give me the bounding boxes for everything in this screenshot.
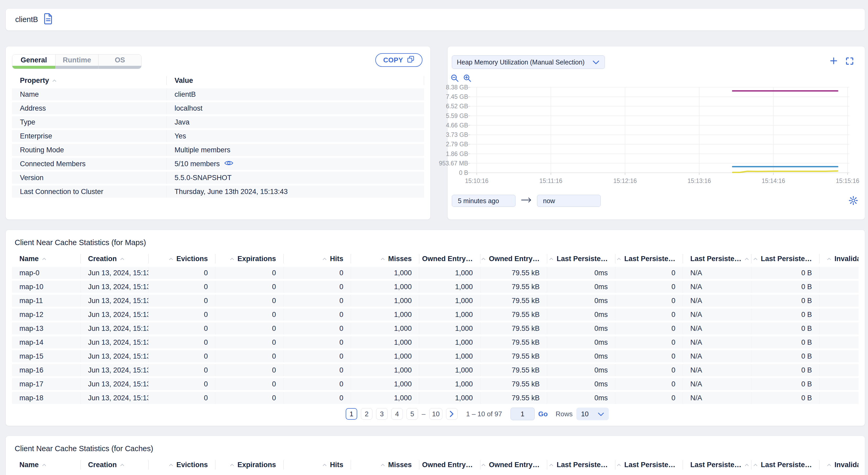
column-header-owned-entry-[interactable]: Owned Entry… — [419, 254, 480, 263]
column-header-last-persiste-[interactable]: Last Persiste… — [547, 254, 615, 263]
cell: 0 — [215, 336, 284, 348]
eye-icon[interactable] — [224, 160, 234, 168]
cell: 0ms — [547, 350, 615, 362]
column-header-expirations[interactable]: Expirations — [215, 254, 284, 263]
cell: Jun 13, 2024, 15:13:45 — [81, 336, 149, 348]
column-header-last-persiste-[interactable]: Last Persiste… — [615, 460, 683, 470]
cell: 0 — [615, 336, 683, 348]
cell: 0 — [149, 350, 215, 362]
cell: 1,000 — [351, 378, 419, 390]
cell: 0 B — [751, 322, 819, 334]
cell: Jun 13, 2024, 15:13:45 — [81, 392, 149, 404]
tab-runtime[interactable]: Runtime — [55, 55, 98, 69]
column-header-creation[interactable]: Creation — [81, 254, 149, 263]
page-button-2[interactable]: 2 — [361, 408, 372, 420]
y-tick-label: 4.66 GB — [424, 122, 468, 129]
cell: 0 — [284, 308, 351, 321]
column-header-label: Last Persiste… — [761, 255, 812, 263]
tab-os[interactable]: OS — [98, 55, 141, 69]
page-button-5[interactable]: 5 — [406, 408, 418, 420]
cell: 1,000 — [419, 308, 480, 321]
page-button-3[interactable]: 3 — [376, 408, 388, 420]
cell: 79.55 kB — [480, 364, 547, 376]
chart-settings-gear-icon[interactable] — [848, 196, 858, 207]
cell: 0 — [149, 267, 215, 279]
cell: 0 B — [751, 378, 819, 390]
fullscreen-icon[interactable] — [845, 56, 855, 68]
column-header-misses[interactable]: Misses — [351, 254, 419, 263]
property-column-header[interactable]: Property — [12, 76, 167, 85]
page-button-1[interactable]: 1 — [346, 408, 357, 420]
column-header-misses[interactable]: Misses — [351, 460, 419, 470]
column-header-last-persiste-[interactable]: Last Persiste… — [547, 460, 615, 470]
column-header-owned-entry-[interactable]: Owned Entry… — [419, 460, 480, 470]
property-table-body: NameclientBAddresslocalhostTypeJavaEnter… — [12, 88, 424, 198]
column-header-evictions[interactable]: Evictions — [149, 254, 215, 263]
cell: 0 — [215, 295, 284, 307]
cell: map-11 — [12, 295, 81, 307]
column-header-label: Owned Entry… — [489, 461, 539, 469]
cell: 0ms — [547, 336, 615, 348]
column-header-last-persiste-[interactable]: Last Persiste… — [751, 254, 819, 263]
sort-caret-icon — [380, 464, 385, 466]
column-header-label: Name — [20, 255, 39, 263]
chevron-down-icon — [593, 58, 599, 66]
cell: N/A — [683, 350, 751, 362]
cell: 0 — [215, 350, 284, 362]
column-header-name[interactable]: Name — [12, 254, 81, 263]
cell: 0 — [615, 350, 683, 362]
zoom-out-icon[interactable] — [450, 74, 459, 84]
column-header-owned-entry-[interactable]: Owned Entry… — [480, 254, 547, 263]
rows-per-page-select[interactable]: 10 — [576, 408, 609, 420]
table-row: map-18Jun 13, 2024, 15:13:450001,0001,00… — [12, 392, 859, 404]
sort-caret-icon — [827, 258, 831, 260]
column-header-invalida[interactable]: Invalida — [819, 460, 859, 470]
copy-button[interactable]: COPY — [375, 53, 423, 67]
document-icon[interactable] — [43, 13, 53, 26]
table-row: map-12Jun 13, 2024, 15:13:450001,0001,00… — [12, 308, 859, 321]
column-header-expirations[interactable]: Expirations — [215, 460, 284, 470]
column-header-name[interactable]: Name — [12, 460, 81, 470]
cell: 0ms — [547, 295, 615, 307]
cell — [819, 295, 859, 307]
cell — [819, 267, 859, 279]
cell: 1,000 — [351, 364, 419, 376]
column-header-owned-entry-[interactable]: Owned Entry… — [480, 460, 547, 470]
column-header-hits[interactable]: Hits — [284, 460, 351, 470]
cell: Jun 13, 2024, 15:13:45 — [81, 350, 149, 362]
zoom-in-icon[interactable] — [463, 74, 472, 84]
sort-caret-icon — [549, 464, 554, 466]
time-to-input[interactable]: now — [537, 195, 601, 207]
column-header-last-persiste-[interactable]: Last Persiste… — [615, 254, 683, 263]
page-button-4[interactable]: 4 — [391, 408, 403, 420]
column-header-invalida[interactable]: Invalida — [819, 254, 859, 263]
property-value: localhost — [175, 104, 203, 113]
next-page-button[interactable] — [446, 408, 458, 420]
cell: 0 — [284, 336, 351, 348]
column-header-creation[interactable]: Creation — [81, 460, 149, 470]
property-value: Multiple members — [175, 146, 230, 154]
page-number-input[interactable]: 1 — [510, 408, 535, 420]
cell: Jun 13, 2024, 15:13:45 — [81, 378, 149, 390]
column-header-hits[interactable]: Hits — [284, 254, 351, 263]
cell: 0 — [284, 267, 351, 279]
add-chart-icon[interactable] — [829, 56, 838, 68]
cell: 0 — [615, 267, 683, 279]
column-header-last-persiste-[interactable]: Last Persiste… — [683, 254, 751, 263]
column-header-evictions[interactable]: Evictions — [149, 460, 215, 470]
metric-select[interactable]: Heap Memory Utilization (Manual Selectio… — [452, 55, 605, 69]
y-tick-label: 953.67 MB — [424, 160, 468, 167]
property-cell: Address — [12, 102, 167, 114]
column-header-last-persiste-[interactable]: Last Persiste… — [751, 460, 819, 470]
table-row: EnterpriseYes — [12, 130, 424, 142]
section-title: Client Near Cache Statistics (for Caches… — [6, 436, 865, 453]
go-button[interactable]: Go — [538, 410, 548, 418]
cell: 0 — [149, 392, 215, 404]
tab-general[interactable]: General — [12, 55, 55, 69]
value-cell: Multiple members — [167, 144, 424, 156]
column-header-last-persiste-[interactable]: Last Persiste… — [683, 460, 751, 470]
page-button-10[interactable]: 10 — [429, 408, 443, 420]
time-from-input[interactable]: 5 minutes ago — [452, 195, 516, 207]
cell: 1,000 — [351, 267, 419, 279]
chart-plot-area[interactable] — [470, 87, 849, 173]
